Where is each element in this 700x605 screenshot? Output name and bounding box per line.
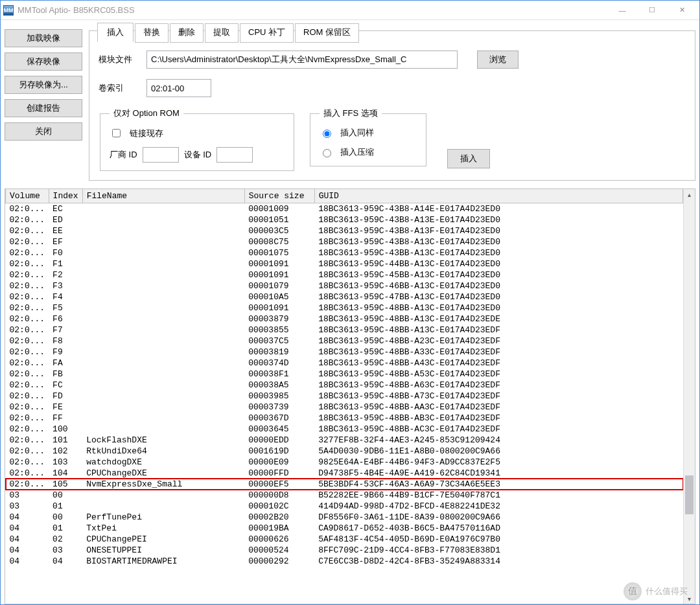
volume-index-input[interactable] [146, 79, 211, 97]
table-row[interactable]: 02:0...ED0000105118BC3613-959C-43B8-A13E… [6, 214, 683, 225]
scroll-thumb[interactable] [685, 475, 694, 514]
table-row[interactable]: 02:0...F50000109118BC3613-959C-48BB-A13C… [6, 302, 683, 314]
table-row[interactable]: 02:0...FC000038A518BC3613-959C-48BB-A63C… [6, 380, 683, 391]
scroll-track[interactable] [684, 200, 695, 593]
cell-sz: 00000292 [244, 556, 314, 567]
table-row[interactable]: 02:0...EC0000100918BC3613-959C-43B8-A14E… [6, 203, 683, 215]
cell-guid: C7E6CC3B-D8D2-42C4-8FB3-35249A883314 [314, 556, 682, 567]
cell-guid: 18BC3613-959C-43B8-A13C-E017A4D23ED0 [314, 236, 682, 247]
table-row[interactable]: 02:0...F00000107518BC3613-959C-43BB-A13C… [6, 247, 683, 258]
table-row[interactable]: 02:0...102RtkUndiDxe640001619D5A4D0030-9… [6, 446, 683, 457]
link-existing-checkbox[interactable] [112, 129, 121, 137]
table-row[interactable]: 02:0...F4000010A518BC3613-959C-47BB-A13C… [6, 291, 683, 302]
cell-idx: 03 [49, 545, 82, 556]
cell-fn [82, 402, 244, 413]
cell-sz: 00000FFD [244, 468, 314, 479]
cell-vol: 02:0... [6, 203, 49, 215]
insert-same-radio[interactable] [323, 130, 331, 138]
cell-guid: 18BC3613-959C-48BB-AC3C-E017A4D23EDF [314, 424, 682, 435]
table-row[interactable]: 02:0...FF0000367D18BC3613-959C-48BB-AB3C… [6, 413, 683, 424]
cell-idx: F5 [49, 302, 82, 314]
tab-insert[interactable]: 插入 [97, 23, 134, 42]
titlebar[interactable]: MM MMTool Aptio- B85KRC05.BSS — ☐ ✕ [1, 1, 699, 20]
table-row[interactable]: 0300000000D8B52282EE-9B66-44B9-B1CF-7E50… [6, 490, 683, 501]
browse-button[interactable]: 浏览 [477, 51, 519, 69]
table-row[interactable]: 0402CPUChangePEI000006265AF4813F-4C54-40… [6, 534, 683, 545]
vertical-scrollbar[interactable]: ▴ ▾ [683, 189, 695, 604]
save-image-as-button[interactable]: 另存映像为... [5, 76, 82, 94]
tab-delete[interactable]: 删除 [170, 23, 204, 43]
col-index[interactable]: Index [49, 189, 82, 203]
cell-guid: 18BC3613-959C-48BB-A63C-E017A4D23EDF [314, 380, 682, 391]
table-row[interactable]: 0403ONESETUPPEI000005248FFC709C-21D9-4CC… [6, 545, 683, 556]
table-row[interactable]: 02:0...FD0000398518BC3613-959C-48BB-A73C… [6, 391, 683, 402]
cell-fn: CPUChangePEI [82, 534, 244, 545]
table-row[interactable]: 02:0...EF00008C7518BC3613-959C-43B8-A13C… [6, 236, 683, 247]
table-row[interactable]: 0404BIOSTARTIMEDRAWPEI00000292C7E6CC3B-D… [6, 556, 683, 567]
insert-compressed-radio[interactable] [323, 149, 331, 157]
create-report-button[interactable]: 创建报告 [5, 99, 82, 117]
maximize-button[interactable]: ☐ [637, 1, 667, 20]
table-row[interactable]: 02:0...103watchdogDXE00000E099825E64A-E4… [6, 457, 683, 468]
table-row[interactable]: 02:0...F8000037C518BC3613-959C-48BB-A23C… [6, 336, 683, 347]
cell-fn: LockFlashDXE [82, 435, 244, 446]
device-id-input[interactable] [216, 147, 253, 163]
save-image-button[interactable]: 保存映像 [5, 52, 82, 71]
cell-idx: FA [49, 358, 82, 369]
table-row[interactable]: 02:0...FB000038F118BC3613-959C-48BB-A53C… [6, 369, 683, 380]
col-filename[interactable]: FileName [82, 189, 244, 203]
cell-sz: 000037C5 [244, 336, 314, 347]
col-guid[interactable]: GUID [314, 189, 682, 203]
cell-idx: F1 [49, 258, 82, 269]
table-row[interactable]: 02:0...101LockFlashDXE00000EDD3277EF8B-3… [6, 435, 683, 446]
table-row[interactable]: 02:0...F60000387918BC3613-959C-48BB-A13C… [6, 314, 683, 325]
module-file-input[interactable] [146, 51, 458, 69]
tab-rom-reserve[interactable]: ROM 保留区 [295, 23, 359, 43]
close-app-button[interactable]: 关闭 [5, 122, 82, 141]
tab-replace[interactable]: 替换 [135, 23, 169, 43]
col-volume[interactable]: Volume [6, 189, 49, 203]
table-row[interactable]: 03010000102C414D94AD-998D-47D2-BFCD-4E88… [6, 501, 683, 512]
cell-idx: ED [49, 214, 82, 225]
table-row[interactable]: 02:0...1000000364518BC3613-959C-48BB-AC3… [6, 424, 683, 435]
table-row[interactable]: 02:0...F10000109118BC3613-959C-44BB-A13C… [6, 258, 683, 269]
insert-button[interactable]: 插入 [447, 149, 490, 168]
cell-fn [82, 214, 244, 225]
cell-fn [82, 280, 244, 291]
cell-vol: 02:0... [6, 347, 49, 358]
table-row[interactable]: 02:0...F20000109118BC3613-959C-45BB-A13C… [6, 269, 683, 280]
module-file-label: 模块文件 [99, 54, 137, 65]
cell-fn [82, 347, 244, 358]
table-row[interactable]: 0400PerfTunePei00002B20DF8556F0-3A61-11D… [6, 512, 683, 523]
table-row[interactable]: 02:0...104CPUChangeDXE00000FFDD94738F5-4… [6, 468, 683, 479]
table-row[interactable]: 02:0...105NvmExpressDxe_Small00000EF55BE… [6, 479, 683, 490]
table-row[interactable]: 02:0...F90000381918BC3613-959C-48BB-A33C… [6, 347, 683, 358]
tab-extract[interactable]: 提取 [205, 23, 239, 43]
option-rom-legend: 仅对 Option ROM [110, 108, 183, 119]
vendor-id-input[interactable] [143, 147, 179, 163]
cell-fn: ONESETUPPEI [82, 545, 244, 556]
table-row[interactable]: 02:0...FE0000373918BC3613-959C-48BB-AA3C… [6, 402, 683, 413]
cell-guid: 18BC3613-959C-44BB-A13C-E017A4D23ED0 [314, 258, 682, 269]
cell-idx: EE [49, 225, 82, 236]
close-button[interactable]: ✕ [667, 1, 697, 20]
minimize-button[interactable]: — [607, 1, 637, 20]
module-table[interactable]: Volume Index FileName Source size GUID 0… [5, 189, 683, 567]
table-row[interactable]: 0401TxtPei000019BACA9D8617-D652-403B-B6C… [6, 523, 683, 534]
scroll-down-icon[interactable]: ▾ [684, 593, 695, 604]
tab-cpu-patch[interactable]: CPU 补丁 [240, 23, 294, 43]
cell-sz: 00003879 [244, 314, 314, 325]
load-image-button[interactable]: 加载映像 [5, 29, 82, 47]
table-row[interactable]: 02:0...F70000385518BC3613-959C-48BB-A13C… [6, 325, 683, 336]
table-row[interactable]: 02:0...EE000003C518BC3613-959C-43B8-A13F… [6, 225, 683, 236]
table-row[interactable]: 02:0...FA0000374D18BC3613-959C-48BB-A43C… [6, 358, 683, 369]
cell-guid: 18BC3613-959C-43B8-A13E-E017A4D23ED0 [314, 214, 682, 225]
table-row[interactable]: 02:0...F30000107918BC3613-959C-46BB-A13C… [6, 280, 683, 291]
scroll-up-icon[interactable]: ▴ [684, 189, 695, 200]
cell-sz: 000010A5 [244, 291, 314, 302]
cell-fn [82, 291, 244, 302]
cell-idx: 100 [49, 424, 82, 435]
cell-idx: FF [49, 413, 82, 424]
col-sourcesize[interactable]: Source size [244, 189, 314, 203]
cell-sz: 00000626 [244, 534, 314, 545]
